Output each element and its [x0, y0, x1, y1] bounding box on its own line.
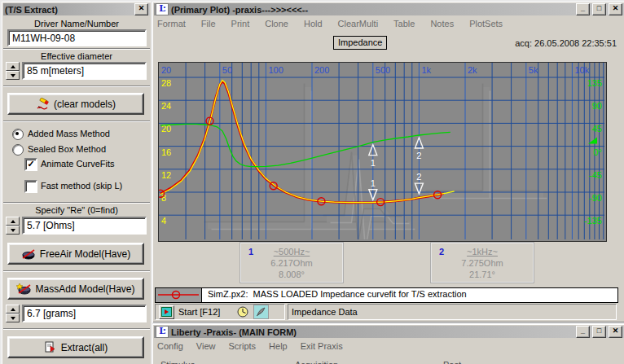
extract-all-button[interactable]: Extract(all) [7, 336, 144, 358]
menu-clone[interactable]: Clone [265, 19, 288, 32]
legend-row[interactable]: SimZ.px2: MASS LOADED Impedance curvefit… [155, 287, 618, 303]
radio-added-mass[interactable] [12, 129, 24, 140]
menu-plotsets[interactable]: PlotSets [469, 19, 503, 32]
massadd-icon [16, 283, 31, 295]
cursor-2-freq[interactable]: ~1kHz~ [432, 246, 533, 257]
cursor-1-ohm: 6.217Ohm [241, 257, 342, 269]
cursor-1-freq[interactable]: ~500Hz~ [241, 246, 342, 257]
svg-text:4: 4 [161, 216, 166, 226]
praxis-logo-icon: Ŀ [156, 3, 169, 15]
radio-sealed-box[interactable] [12, 144, 24, 156]
checkbox-animate-curvefits[interactable]: ✓ [24, 158, 37, 171]
diameter-input[interactable] [22, 62, 147, 80]
menu-view[interactable]: View [196, 341, 216, 354]
svg-text:2k: 2k [468, 65, 477, 75]
checkbox-fast-method[interactable] [24, 180, 37, 193]
minimize-icon[interactable]: _ [576, 3, 590, 15]
maximize-icon[interactable]: □ [592, 3, 606, 15]
menu-table[interactable]: Table [393, 19, 415, 32]
close-icon[interactable]: ✕ [134, 3, 148, 15]
cursor-readout-2: 2 ~1kHz~ 7.275Ohm 21.71° [431, 243, 534, 283]
svg-text:2: 2 [416, 172, 421, 182]
svg-text:1k: 1k [421, 65, 431, 75]
minimize-icon[interactable]: _ [576, 326, 590, 338]
svg-text:28: 28 [161, 78, 171, 88]
clear-models-label: (clear models) [54, 99, 116, 110]
menu-clearmulti[interactable]: ClearMulti [338, 19, 379, 32]
separator [3, 48, 150, 50]
radio-added-mass-label: Added Mass Method [28, 129, 110, 138]
separator [3, 121, 150, 122]
close-icon[interactable]: ✕ [609, 3, 622, 15]
play-icon [165, 309, 169, 314]
svg-text:135: 135 [587, 78, 602, 88]
spin-down-button[interactable] [6, 314, 20, 322]
menu-hold[interactable]: Hold [304, 19, 323, 32]
spin-down-button[interactable] [6, 226, 20, 235]
menu-help[interactable]: Help [269, 341, 288, 354]
radio-sealed-box-label: Sealed Box Method [28, 144, 106, 154]
freeair-model-button[interactable]: FreeAir Model(Have) [7, 243, 144, 265]
freeair-icon [21, 248, 36, 260]
cursor-2-ohm: 7.275Ohm [432, 257, 533, 269]
eraser-pencil-icon [36, 98, 50, 110]
menu-print[interactable]: Print [231, 19, 250, 32]
menu-scripts[interactable]: Scripts [228, 341, 256, 354]
status-data-label: Impedance Data [292, 307, 358, 317]
svg-text:-135: -135 [584, 216, 602, 226]
driver-name-input[interactable] [7, 29, 147, 46]
impedance-plot-canvas[interactable]: 20501002005001k2k5k10k282420161284135904… [158, 62, 607, 242]
praxis-logo-icon: Ŀ [156, 326, 169, 338]
svg-text:100: 100 [268, 65, 283, 75]
status-data-cell: Impedance Data [288, 304, 617, 320]
plot-type-badge[interactable]: Impedance [333, 36, 387, 50]
clock-icon[interactable] [235, 305, 249, 318]
checkbox-animate-label: Animate CurveFits [41, 159, 114, 169]
menu-exit-praxis[interactable]: Exit Praxis [301, 341, 343, 354]
main-form-menubar: Config View Scripts Help Exit Praxis [157, 341, 622, 354]
svg-text:500: 500 [376, 65, 390, 75]
diameter-label: Effective diameter [2, 51, 152, 61]
plot-statusbar: Start [F12] Impedance Data [155, 304, 617, 320]
grams-input[interactable] [22, 305, 147, 322]
cursor-1-deg: 8.008° [241, 269, 342, 280]
separator [3, 86, 150, 87]
separator [3, 270, 150, 272]
status-start-cell: Start [F12] [155, 304, 285, 320]
svg-text:1: 1 [371, 158, 376, 168]
menu-format[interactable]: Format [157, 19, 186, 32]
start-button[interactable] [159, 305, 174, 319]
driver-name-label: Driver Name/Number [2, 19, 152, 29]
menu-config[interactable]: Config [157, 341, 183, 354]
check-icon: ✓ [27, 159, 34, 169]
close-icon[interactable]: ✕ [609, 326, 622, 338]
extract-icon [44, 341, 57, 353]
ts-extract-title: (T/S Extract) [5, 5, 132, 15]
spin-up-button[interactable] [6, 62, 20, 71]
svg-text:200: 200 [314, 65, 329, 75]
clear-models-button[interactable]: (clear models) [7, 93, 144, 115]
re-input[interactable] [22, 217, 147, 235]
svg-text:-45: -45 [589, 170, 602, 180]
svg-text:2: 2 [416, 151, 421, 160]
maximize-icon[interactable]: □ [592, 326, 606, 338]
plot-menubar: Format File Print Clone ClearMulti Hold … [157, 19, 622, 32]
extract-all-label: Extract(all) [61, 342, 108, 353]
plot-titlebar[interactable]: Ŀ (Primary Plot) -praxis--->>><<<-- _ □ … [154, 3, 624, 15]
re-stepper [6, 217, 20, 235]
clipped-label-stimulus: Stimulus [160, 360, 195, 364]
svg-text:12: 12 [161, 170, 171, 180]
spin-up-button[interactable] [6, 305, 20, 314]
massadd-model-button[interactable]: MassAdd Model(Have) [7, 278, 144, 300]
spin-up-button[interactable] [6, 217, 20, 226]
menu-file[interactable]: File [201, 19, 216, 32]
clipped-section-labels: Stimulus Acquisition Post [156, 360, 622, 364]
svg-text:0°: 0° [593, 147, 602, 157]
svg-text:20: 20 [161, 65, 171, 75]
ts-extract-titlebar[interactable]: (T/S Extract) ✕ [3, 3, 150, 15]
main-form-titlebar[interactable]: Ŀ Liberty -Praxis- (MAIN FORM) _ □ ✕ [154, 326, 624, 338]
feather-icon[interactable] [253, 305, 269, 319]
menu-notes[interactable]: Notes [430, 19, 454, 32]
spin-down-button[interactable] [6, 71, 20, 80]
main-form-title: Liberty -Praxis- (MAIN FORM) [171, 327, 573, 337]
